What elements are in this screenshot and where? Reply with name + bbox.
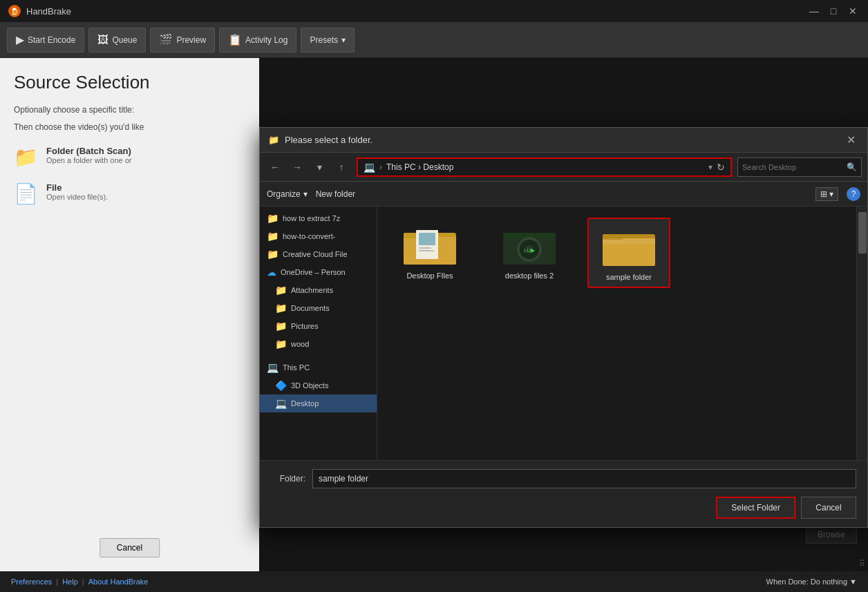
sidebar-item-how-to-extract[interactable]: 📁 how to extract 7z	[260, 209, 377, 227]
status-bar: Preferences | Help | About HandBrake Whe…	[0, 571, 868, 592]
svg-text:LU▶: LU▶	[524, 247, 536, 254]
close-button[interactable]: ✕	[846, 4, 860, 18]
sidebar-item-how-to-convert[interactable]: 📁 how-to-convert-	[260, 227, 377, 245]
activity-log-button[interactable]: 📋 Activity Log	[219, 28, 296, 52]
dialog-overlay: 📁 Please select a folder. ✕ ← → ▾ ↑ 💻 › …	[259, 58, 868, 571]
dialog-close-button[interactable]: ✕	[842, 132, 859, 149]
3d-icon: 🔷	[275, 380, 287, 391]
nav-dropdown-button[interactable]: ▾	[310, 157, 329, 177]
folder-icon: 📁	[267, 213, 279, 224]
source-cancel-button[interactable]: Cancel	[100, 538, 160, 557]
preview-icon: 🎬	[159, 33, 173, 46]
dialog-actions: Select Folder Cancel	[271, 497, 856, 519]
sidebar-item-label: Attachments	[291, 286, 333, 294]
sidebar-item-label: wood	[291, 340, 309, 348]
file-item-desktop-files-2[interactable]: LU▶ desktop files 2	[488, 218, 571, 288]
main-toolbar: ▶ Start Encode 🖼 Queue 🎬 Preview 📋 Activ…	[0, 22, 868, 58]
folder-thumbnail-desktop-files-2: LU▶	[502, 223, 557, 267]
preview-button[interactable]: 🎬 Preview	[150, 28, 215, 52]
activity-log-icon: 📋	[228, 33, 242, 46]
sidebar-item-wood[interactable]: 📁 wood	[260, 335, 377, 353]
svg-rect-17	[603, 238, 655, 244]
sidebar-item-3d-objects[interactable]: 🔷 3D Objects	[260, 376, 377, 394]
nav-up-button[interactable]: ↑	[332, 157, 351, 177]
dialog-body: 📁 how to extract 7z 📁 how-to-convert- 📁 …	[260, 207, 867, 460]
sidebar-item-label: how-to-convert-	[283, 232, 335, 240]
dialog-scrollbar[interactable]	[856, 207, 867, 460]
folder-icon: 📁	[275, 338, 287, 350]
scroll-thumb[interactable]	[858, 212, 867, 254]
help-button[interactable]: ?	[847, 187, 860, 201]
when-done-label: When Done:	[766, 577, 809, 586]
sidebar-item-pictures[interactable]: 📁 Pictures	[260, 317, 377, 335]
folder-icon: 📁	[275, 285, 287, 296]
sidebar-item-desktop[interactable]: 💻 Desktop	[260, 394, 377, 412]
sidebar-item-label: OneDrive – Person	[281, 268, 346, 276]
source-panel: Source Selection Optionally choose a spe…	[0, 58, 259, 571]
search-bar[interactable]: 🔍	[737, 157, 862, 177]
dialog-bottom: Folder: Select Folder Cancel ⠿	[260, 460, 867, 527]
title-bar: 🍺 HandBrake — □ ✕	[0, 0, 868, 22]
dialog-toolbar: Organize ▾ New folder ⊞ ▾ ?	[260, 182, 867, 207]
help-link[interactable]: Help	[62, 577, 78, 586]
presets-button[interactable]: Presets ▾	[301, 28, 355, 52]
desktop-icon: 💻	[275, 398, 287, 409]
select-folder-button[interactable]: Select Folder	[716, 497, 795, 519]
status-bar-links: Preferences | Help | About HandBrake	[11, 577, 149, 586]
address-bar[interactable]: 💻 › This PC › Desktop ▾ ↻	[357, 157, 732, 177]
source-hint-2: Then choose the video(s) you'd like	[14, 122, 245, 133]
cloud-icon: ☁	[267, 267, 276, 278]
view-dropdown-icon: ▾	[829, 189, 833, 199]
folder-input[interactable]	[312, 469, 856, 488]
app-icon: 🍺	[8, 5, 21, 17]
sidebar-item-attachments[interactable]: 📁 Attachments	[260, 281, 377, 299]
folder-icon: 📁	[275, 303, 287, 314]
folder-row: Folder:	[271, 469, 856, 488]
sidebar-item-documents[interactable]: 📁 Documents	[260, 299, 377, 317]
right-content: Browse 📁 Please select a folder. ✕ ← → ▾	[259, 58, 868, 571]
cancel-dialog-button[interactable]: Cancel	[801, 497, 856, 519]
resize-handle-icon[interactable]: ⠿	[859, 559, 865, 569]
svg-rect-4	[419, 233, 435, 245]
maximize-button[interactable]: □	[827, 4, 840, 18]
folder-batch-scan-option[interactable]: 📁 Folder (Batch Scan) Open a folder with…	[14, 139, 245, 175]
address-bar-pc-icon: 💻	[364, 162, 375, 173]
organize-button[interactable]: Organize ▾	[267, 189, 308, 199]
sidebar-item-label: how to extract 7z	[283, 214, 340, 222]
about-link[interactable]: About HandBrake	[88, 577, 149, 586]
file-item-sample-folder[interactable]: sample folder	[587, 218, 670, 288]
start-encode-button[interactable]: ▶ Start Encode	[7, 28, 84, 52]
sidebar-item-onedrive[interactable]: ☁ OneDrive – Person	[260, 263, 377, 281]
view-button[interactable]: ⊞ ▾	[815, 187, 838, 201]
dialog-nav-bar: ← → ▾ ↑ 💻 › This PC › Desktop ▾ ↻ 🔍	[260, 153, 867, 182]
svg-rect-6	[419, 250, 434, 251]
new-folder-button[interactable]: New folder	[316, 189, 355, 199]
sidebar-item-this-pc[interactable]: 💻 This PC	[260, 359, 377, 376]
view-icon: ⊞	[820, 189, 827, 199]
file-option[interactable]: 📄 File Open video file(s).	[14, 175, 245, 212]
when-done-dropdown-icon[interactable]: ▼	[849, 577, 857, 586]
address-refresh-icon[interactable]: ↻	[717, 162, 725, 173]
nav-forward-button[interactable]: →	[287, 157, 307, 177]
main-area: Source Selection Optionally choose a spe…	[0, 58, 868, 571]
minimize-button[interactable]: —	[807, 4, 821, 18]
sidebar-item-label: Pictures	[291, 322, 319, 330]
address-chevron-icon: ▾	[708, 162, 713, 172]
nav-back-button[interactable]: ←	[265, 157, 285, 177]
search-input[interactable]	[742, 163, 844, 171]
file-item-desktop-files[interactable]: Desktop FIles	[388, 218, 471, 288]
file-item-name: Desktop FIles	[406, 271, 453, 280]
title-bar-controls: — □ ✕	[807, 4, 860, 18]
source-hint-1: Optionally choose a specific title:	[14, 104, 245, 116]
preferences-link[interactable]: Preferences	[11, 577, 52, 586]
file-item-name: sample folder	[606, 273, 652, 281]
separator-2: |	[82, 577, 84, 586]
when-done-value: Do nothing	[811, 577, 847, 586]
dialog-files-area: Desktop FIles	[377, 207, 856, 460]
svg-rect-5	[419, 247, 431, 249]
sidebar-item-label: Documents	[291, 304, 330, 312]
queue-button[interactable]: 🖼 Queue	[88, 28, 146, 52]
queue-icon: 🖼	[97, 34, 108, 46]
sidebar-item-creative-cloud[interactable]: 📁 Creative Cloud File	[260, 245, 377, 263]
dialog-folder-icon: 📁	[268, 135, 279, 145]
